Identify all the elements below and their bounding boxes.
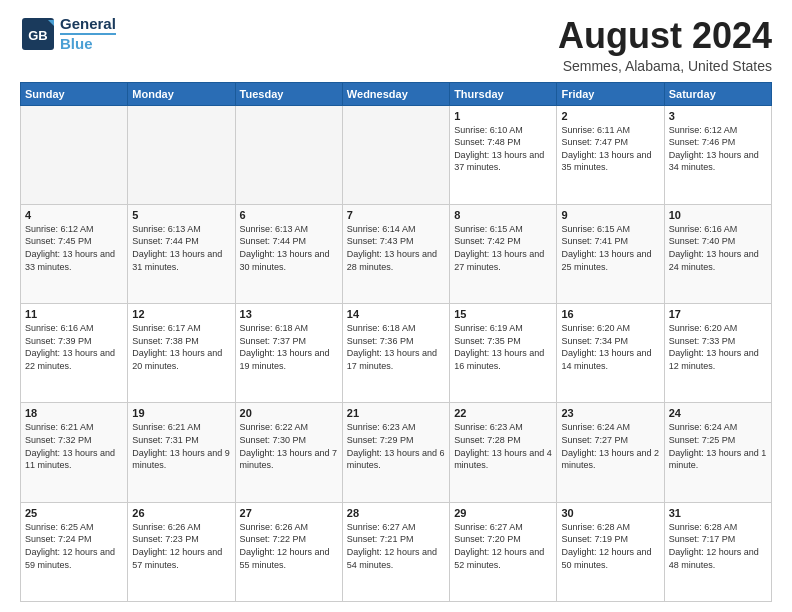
calendar-cell: [235, 105, 342, 204]
calendar-cell: 9Sunrise: 6:15 AMSunset: 7:41 PMDaylight…: [557, 204, 664, 303]
calendar-cell: 12Sunrise: 6:17 AMSunset: 7:38 PMDayligh…: [128, 304, 235, 403]
calendar-cell: 17Sunrise: 6:20 AMSunset: 7:33 PMDayligh…: [664, 304, 771, 403]
svg-text:GB: GB: [28, 28, 48, 43]
day-number: 7: [347, 209, 445, 221]
day-number: 15: [454, 308, 552, 320]
calendar-cell: 31Sunrise: 6:28 AMSunset: 7:17 PMDayligh…: [664, 502, 771, 601]
calendar-cell: 25Sunrise: 6:25 AMSunset: 7:24 PMDayligh…: [21, 502, 128, 601]
calendar-cell: 7Sunrise: 6:14 AMSunset: 7:43 PMDaylight…: [342, 204, 449, 303]
cell-info: Sunrise: 6:20 AMSunset: 7:33 PMDaylight:…: [669, 323, 759, 371]
day-number: 27: [240, 507, 338, 519]
cell-info: Sunrise: 6:23 AMSunset: 7:28 PMDaylight:…: [454, 422, 552, 470]
day-number: 21: [347, 407, 445, 419]
cell-info: Sunrise: 6:12 AMSunset: 7:45 PMDaylight:…: [25, 224, 115, 272]
cell-info: Sunrise: 6:16 AMSunset: 7:40 PMDaylight:…: [669, 224, 759, 272]
calendar-cell: 8Sunrise: 6:15 AMSunset: 7:42 PMDaylight…: [450, 204, 557, 303]
cell-info: Sunrise: 6:13 AMSunset: 7:44 PMDaylight:…: [132, 224, 222, 272]
calendar-cell: 18Sunrise: 6:21 AMSunset: 7:32 PMDayligh…: [21, 403, 128, 502]
day-number: 28: [347, 507, 445, 519]
day-number: 25: [25, 507, 123, 519]
cell-info: Sunrise: 6:18 AMSunset: 7:37 PMDaylight:…: [240, 323, 330, 371]
cell-info: Sunrise: 6:12 AMSunset: 7:46 PMDaylight:…: [669, 125, 759, 173]
calendar-cell: 19Sunrise: 6:21 AMSunset: 7:31 PMDayligh…: [128, 403, 235, 502]
cell-info: Sunrise: 6:23 AMSunset: 7:29 PMDaylight:…: [347, 422, 445, 470]
calendar-cell: [342, 105, 449, 204]
logo-line2: Blue: [60, 33, 116, 53]
cell-info: Sunrise: 6:19 AMSunset: 7:35 PMDaylight:…: [454, 323, 544, 371]
cell-info: Sunrise: 6:21 AMSunset: 7:31 PMDaylight:…: [132, 422, 230, 470]
calendar-header-monday: Monday: [128, 82, 235, 105]
cell-info: Sunrise: 6:11 AMSunset: 7:47 PMDaylight:…: [561, 125, 651, 173]
day-number: 5: [132, 209, 230, 221]
calendar-cell: 27Sunrise: 6:26 AMSunset: 7:22 PMDayligh…: [235, 502, 342, 601]
calendar-cell: 2Sunrise: 6:11 AMSunset: 7:47 PMDaylight…: [557, 105, 664, 204]
day-number: 20: [240, 407, 338, 419]
calendar-cell: 23Sunrise: 6:24 AMSunset: 7:27 PMDayligh…: [557, 403, 664, 502]
day-number: 22: [454, 407, 552, 419]
day-number: 6: [240, 209, 338, 221]
page: GB General Blue August 2024 Semmes, Alab…: [0, 0, 792, 612]
day-number: 11: [25, 308, 123, 320]
calendar-cell: 20Sunrise: 6:22 AMSunset: 7:30 PMDayligh…: [235, 403, 342, 502]
calendar-cell: 16Sunrise: 6:20 AMSunset: 7:34 PMDayligh…: [557, 304, 664, 403]
day-number: 18: [25, 407, 123, 419]
day-number: 23: [561, 407, 659, 419]
cell-info: Sunrise: 6:27 AMSunset: 7:20 PMDaylight:…: [454, 522, 544, 570]
calendar-cell: 29Sunrise: 6:27 AMSunset: 7:20 PMDayligh…: [450, 502, 557, 601]
cell-info: Sunrise: 6:14 AMSunset: 7:43 PMDaylight:…: [347, 224, 437, 272]
cell-info: Sunrise: 6:25 AMSunset: 7:24 PMDaylight:…: [25, 522, 115, 570]
day-number: 24: [669, 407, 767, 419]
cell-info: Sunrise: 6:24 AMSunset: 7:27 PMDaylight:…: [561, 422, 659, 470]
calendar-cell: 26Sunrise: 6:26 AMSunset: 7:23 PMDayligh…: [128, 502, 235, 601]
day-number: 8: [454, 209, 552, 221]
calendar-cell: 3Sunrise: 6:12 AMSunset: 7:46 PMDaylight…: [664, 105, 771, 204]
day-number: 10: [669, 209, 767, 221]
calendar-cell: 15Sunrise: 6:19 AMSunset: 7:35 PMDayligh…: [450, 304, 557, 403]
title-block: August 2024 Semmes, Alabama, United Stat…: [558, 16, 772, 74]
calendar-cell: 4Sunrise: 6:12 AMSunset: 7:45 PMDaylight…: [21, 204, 128, 303]
logo: GB General Blue: [20, 16, 116, 52]
calendar-cell: 14Sunrise: 6:18 AMSunset: 7:36 PMDayligh…: [342, 304, 449, 403]
day-number: 31: [669, 507, 767, 519]
calendar-cell: 21Sunrise: 6:23 AMSunset: 7:29 PMDayligh…: [342, 403, 449, 502]
calendar-header-wednesday: Wednesday: [342, 82, 449, 105]
calendar-cell: [21, 105, 128, 204]
day-number: 26: [132, 507, 230, 519]
cell-info: Sunrise: 6:18 AMSunset: 7:36 PMDaylight:…: [347, 323, 437, 371]
cell-info: Sunrise: 6:17 AMSunset: 7:38 PMDaylight:…: [132, 323, 222, 371]
calendar-cell: [128, 105, 235, 204]
calendar-cell: 5Sunrise: 6:13 AMSunset: 7:44 PMDaylight…: [128, 204, 235, 303]
cell-info: Sunrise: 6:13 AMSunset: 7:44 PMDaylight:…: [240, 224, 330, 272]
calendar-cell: 13Sunrise: 6:18 AMSunset: 7:37 PMDayligh…: [235, 304, 342, 403]
day-number: 14: [347, 308, 445, 320]
day-number: 16: [561, 308, 659, 320]
day-number: 4: [25, 209, 123, 221]
day-number: 19: [132, 407, 230, 419]
logo-line1: General: [60, 16, 116, 33]
cell-info: Sunrise: 6:10 AMSunset: 7:48 PMDaylight:…: [454, 125, 544, 173]
calendar-cell: 10Sunrise: 6:16 AMSunset: 7:40 PMDayligh…: [664, 204, 771, 303]
cell-info: Sunrise: 6:26 AMSunset: 7:23 PMDaylight:…: [132, 522, 222, 570]
cell-info: Sunrise: 6:26 AMSunset: 7:22 PMDaylight:…: [240, 522, 330, 570]
header: GB General Blue August 2024 Semmes, Alab…: [20, 16, 772, 74]
day-number: 29: [454, 507, 552, 519]
cell-info: Sunrise: 6:15 AMSunset: 7:42 PMDaylight:…: [454, 224, 544, 272]
calendar-cell: 1Sunrise: 6:10 AMSunset: 7:48 PMDaylight…: [450, 105, 557, 204]
day-number: 9: [561, 209, 659, 221]
calendar-header-tuesday: Tuesday: [235, 82, 342, 105]
month-year: August 2024: [558, 16, 772, 56]
cell-info: Sunrise: 6:28 AMSunset: 7:17 PMDaylight:…: [669, 522, 759, 570]
day-number: 30: [561, 507, 659, 519]
calendar-header-thursday: Thursday: [450, 82, 557, 105]
calendar-cell: 6Sunrise: 6:13 AMSunset: 7:44 PMDaylight…: [235, 204, 342, 303]
cell-info: Sunrise: 6:16 AMSunset: 7:39 PMDaylight:…: [25, 323, 115, 371]
day-number: 1: [454, 110, 552, 122]
cell-info: Sunrise: 6:21 AMSunset: 7:32 PMDaylight:…: [25, 422, 115, 470]
calendar-cell: 11Sunrise: 6:16 AMSunset: 7:39 PMDayligh…: [21, 304, 128, 403]
cell-info: Sunrise: 6:27 AMSunset: 7:21 PMDaylight:…: [347, 522, 437, 570]
calendar-header-friday: Friday: [557, 82, 664, 105]
calendar-cell: 24Sunrise: 6:24 AMSunset: 7:25 PMDayligh…: [664, 403, 771, 502]
calendar-cell: 28Sunrise: 6:27 AMSunset: 7:21 PMDayligh…: [342, 502, 449, 601]
calendar-header-saturday: Saturday: [664, 82, 771, 105]
cell-info: Sunrise: 6:22 AMSunset: 7:30 PMDaylight:…: [240, 422, 338, 470]
